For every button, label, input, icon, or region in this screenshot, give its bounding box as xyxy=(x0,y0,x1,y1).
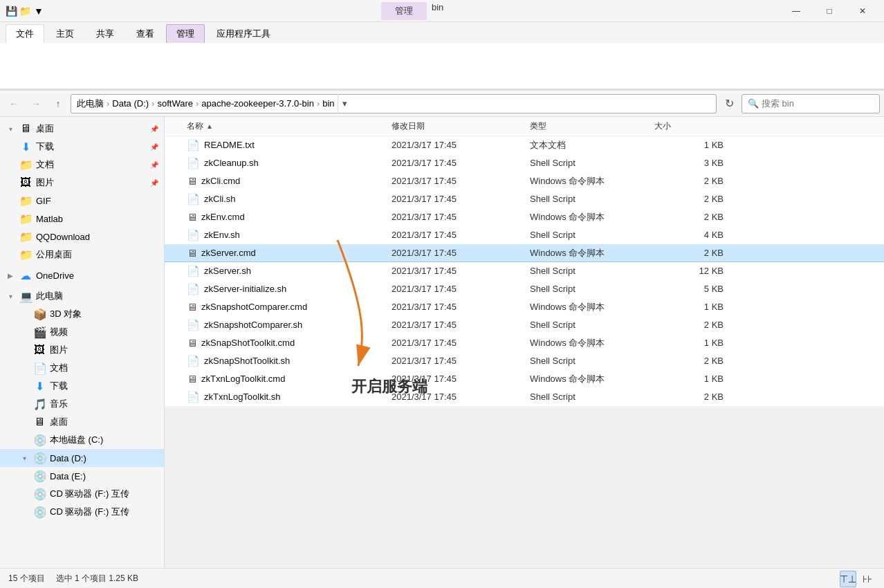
file-icon-cmd: 🖥 xyxy=(187,175,197,187)
file-size: 5 KB xyxy=(654,284,724,294)
table-row[interactable]: 📄 README.txt 2021/3/17 17:45 文本文档 1 KB xyxy=(165,136,884,154)
file-name: 📄 zkSnapShotToolkit.sh xyxy=(170,355,392,367)
file-icon-txt: 📄 xyxy=(187,139,200,151)
breadcrumb-zookeeper[interactable]: apache-zookeeper-3.7.0-bin xyxy=(201,98,314,109)
tab-apptools[interactable]: 应用程序工具 xyxy=(206,24,281,43)
file-size: 1 KB xyxy=(654,338,724,348)
sidebar-item-videos[interactable]: 🎬 视频 xyxy=(0,323,164,341)
table-row[interactable]: 🖥 zkServer.cmd 2021/3/17 17:45 Windows 命… xyxy=(165,244,884,262)
close-button[interactable]: ✕ xyxy=(847,0,878,22)
table-row[interactable]: 📄 zkServer-initialize.sh 2021/3/17 17:45… xyxy=(165,280,884,298)
sidebar-item-downloads2[interactable]: ⬇ 下载 xyxy=(0,377,164,395)
maximize-button[interactable]: □ xyxy=(813,0,845,22)
sidebar-item-qqdownload[interactable]: 📁 QQDownload xyxy=(0,228,164,246)
sidebar-item-desktop[interactable]: ▾ 🖥 桌面 📌 xyxy=(0,120,164,138)
sidebar-item-thispc[interactable]: ▾ 💻 此电脑 xyxy=(0,287,164,305)
sidebar-item-music[interactable]: 🎵 音乐 xyxy=(0,395,164,413)
search-box[interactable]: 🔍 xyxy=(742,94,880,113)
file-icon-sh: 📄 xyxy=(187,193,200,205)
breadcrumb-thispc[interactable]: 此电脑 xyxy=(77,98,104,110)
file-type: Windows 命令脚本 xyxy=(530,175,654,187)
tab-home[interactable]: 主页 xyxy=(46,24,84,43)
sidebar-item-datad[interactable]: ▾ 💿 Data (D:) xyxy=(0,449,164,467)
table-row[interactable]: 🖥 zkEnv.cmd 2021/3/17 17:45 Windows 命令脚本… xyxy=(165,208,884,226)
file-name: 📄 zkCli.sh xyxy=(170,193,392,205)
table-row[interactable]: 📄 zkEnv.sh 2021/3/17 17:45 Shell Script … xyxy=(165,226,884,244)
tab-view[interactable]: 查看 xyxy=(126,24,165,43)
sidebar-item-matlab[interactable]: 📁 Matlab xyxy=(0,210,164,228)
pictures-icon: 🖼 xyxy=(19,176,32,189)
file-icon-sh: 📄 xyxy=(187,229,200,241)
up-button[interactable]: ↑ xyxy=(48,94,68,113)
breadcrumb-datad[interactable]: Data (D:) xyxy=(112,98,149,109)
col-header-date[interactable]: 修改日期 xyxy=(392,120,530,132)
sidebar-item-documents[interactable]: 📁 文档 📌 xyxy=(0,156,164,174)
file-date: 2021/3/17 17:45 xyxy=(392,320,530,330)
table-row[interactable]: 📄 zkServer.sh 2021/3/17 17:45 Shell Scri… xyxy=(165,262,884,280)
forward-button[interactable]: → xyxy=(26,94,46,113)
sidebar-item-documents2[interactable]: 📄 文档 xyxy=(0,359,164,377)
sidebar-item-cdf1[interactable]: 💿 CD 驱动器 (F:) 互传 xyxy=(0,485,164,503)
table-row[interactable]: 📄 zkTxnLogToolkit.sh 2021/3/17 17:45 She… xyxy=(165,388,884,406)
breadcrumb-software[interactable]: softWare xyxy=(157,98,193,109)
file-type: Windows 命令脚本 xyxy=(530,247,654,259)
sidebar-item-publicdesktop[interactable]: 📁 公用桌面 xyxy=(0,246,164,264)
file-name: 🖥 zkEnv.cmd xyxy=(170,211,392,223)
view-details-button[interactable]: ⊤⊥ xyxy=(840,571,856,587)
sidebar-item-desktop2[interactable]: 🖥 桌面 xyxy=(0,413,164,431)
minimize-button[interactable]: — xyxy=(780,0,812,22)
address-dropdown-button[interactable]: ▾ xyxy=(338,94,351,113)
breadcrumb-bin[interactable]: bin xyxy=(322,98,334,109)
table-row[interactable]: 🖥 zkCli.cmd 2021/3/17 17:45 Windows 命令脚本… xyxy=(165,172,884,190)
title-icon-menu: ▼ xyxy=(33,6,44,17)
file-type: Shell Script xyxy=(530,230,654,240)
file-type: Shell Script xyxy=(530,356,654,366)
downloads2-icon: ⬇ xyxy=(33,380,46,393)
documents-icon: 📁 xyxy=(19,158,32,172)
file-date: 2021/3/17 17:45 xyxy=(392,356,530,366)
sidebar-item-cdf2[interactable]: 💿 CD 驱动器 (F:) 互传 xyxy=(0,503,164,521)
sidebar-item-3dobjects[interactable]: 📦 3D 对象 xyxy=(0,305,164,323)
table-row[interactable]: 📄 zkSnapShotToolkit.sh 2021/3/17 17:45 S… xyxy=(165,352,884,370)
file-date: 2021/3/17 17:45 xyxy=(392,140,530,150)
sort-arrow-name: ▲ xyxy=(206,122,213,130)
matlab-folder-icon: 📁 xyxy=(19,212,32,226)
refresh-button[interactable]: ↻ xyxy=(719,94,739,113)
file-type: Windows 命令脚本 xyxy=(530,337,654,349)
file-icon-sh: 📄 xyxy=(187,319,200,331)
table-row[interactable]: 🖥 zkSnapshotComparer.cmd 2021/3/17 17:45… xyxy=(165,298,884,316)
file-date: 2021/3/17 17:45 xyxy=(392,374,530,384)
back-button[interactable]: ← xyxy=(4,94,24,113)
table-row[interactable]: 🖥 zkTxnLogToolkit.cmd 2021/3/17 17:45 Wi… xyxy=(165,370,884,388)
table-row[interactable]: 📄 zkSnapshotComparer.sh 2021/3/17 17:45 … xyxy=(165,316,884,334)
col-header-size[interactable]: 大小 xyxy=(654,120,724,132)
file-type: Shell Script xyxy=(530,266,654,276)
window-controls: — □ ✕ xyxy=(780,0,878,22)
tab-file[interactable]: 文件 xyxy=(6,24,44,44)
sidebar-item-pictures[interactable]: 🖼 图片 📌 xyxy=(0,174,164,192)
sidebar-item-gif[interactable]: 📁 GIF xyxy=(0,192,164,210)
tab-manage[interactable]: 管理 xyxy=(166,24,205,43)
sidebar-item-datae[interactable]: 💿 Data (E:) xyxy=(0,467,164,485)
view-large-icons-button[interactable]: ⊦⊦ xyxy=(859,571,876,587)
sidebar-item-onedrive[interactable]: ▶ ☁ OneDrive xyxy=(0,266,164,284)
address-bar[interactable]: 此电脑 › Data (D:) › softWare › apache-zook… xyxy=(71,94,717,113)
table-row[interactable]: 📄 zkCli.sh 2021/3/17 17:45 Shell Script … xyxy=(165,190,884,208)
status-item-count: 15 个项目 xyxy=(8,573,45,585)
file-name: 🖥 zkTxnLogToolkit.cmd xyxy=(170,373,392,385)
sidebar-item-cdrive[interactable]: 💿 本地磁盘 (C:) xyxy=(0,431,164,449)
publicdesktop-icon: 📁 xyxy=(19,248,32,261)
tab-share[interactable]: 共享 xyxy=(86,24,125,43)
col-header-name[interactable]: 名称 ▲ xyxy=(170,120,392,132)
file-icon-cmd: 🖥 xyxy=(187,211,197,223)
videos-icon: 🎬 xyxy=(33,326,46,339)
col-header-type[interactable]: 类型 xyxy=(530,120,654,132)
file-area-wrapper: 名称 ▲ 修改日期 类型 大小 📄 README.txt 2021/3/17 xyxy=(165,117,884,568)
sidebar-item-downloads[interactable]: ⬇ 下载 📌 xyxy=(0,138,164,156)
pictures2-icon: 🖼 xyxy=(33,344,46,356)
file-date: 2021/3/17 17:45 xyxy=(392,212,530,222)
table-row[interactable]: 📄 zkCleanup.sh 2021/3/17 17:45 Shell Scr… xyxy=(165,154,884,172)
sidebar-item-pictures2[interactable]: 🖼 图片 xyxy=(0,341,164,359)
search-input[interactable] xyxy=(762,98,874,109)
table-row[interactable]: 🖥 zkSnapShotToolkit.cmd 2021/3/17 17:45 … xyxy=(165,334,884,352)
